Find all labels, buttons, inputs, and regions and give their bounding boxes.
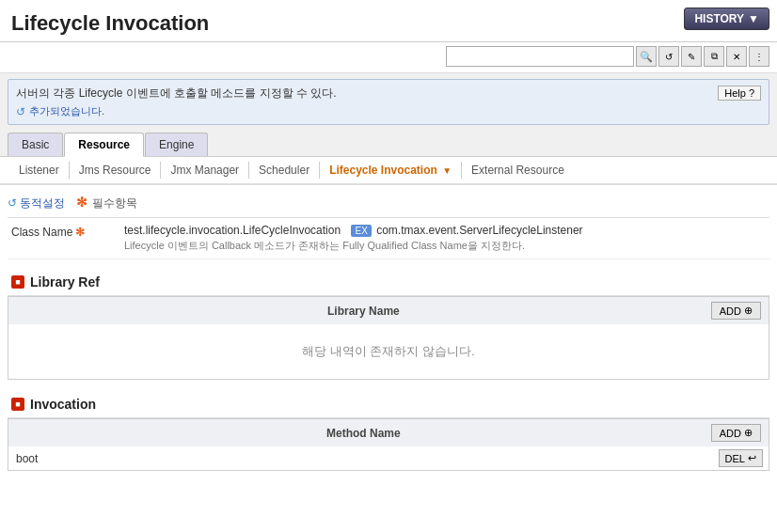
class-name-label-text: Class Name [11,226,72,239]
subnav-item-lifecycle-invocation[interactable]: Lifecycle Invocation ▼ [320,162,462,179]
edit-icon-btn[interactable]: ✎ [681,46,702,67]
subnav-item-jmx-manager[interactable]: Jmx Manager [161,162,249,179]
tab-engine[interactable]: Engine [145,133,208,156]
library-ref-title: Library Ref [30,274,100,289]
library-ref-header: ■ Library Ref [8,267,769,296]
invocation-table-header: Method Name ADD ⊕ [8,418,769,446]
main-content: ↺ 동적설정 ✻ 필수항목 Class Name ✻ test.lifecycl… [0,185,777,532]
library-ref-add-label: ADD [720,305,741,317]
invocation-header: ■ Invocation [8,389,769,418]
library-ref-table: Library Name ADD ⊕ 해당 내역이 존재하지 않습니다. [8,296,769,380]
info-banner-sub-text: 추가되었습니다. [29,104,104,118]
subnav-item-external-resource[interactable]: External Resource [462,162,574,179]
invocation-add-icon: ⊕ [744,427,753,439]
library-name-header: Library Name [16,305,711,318]
library-ref-add-button[interactable]: ADD ⊕ [711,302,761,320]
search-input[interactable] [446,46,634,67]
method-name-cell: boot [8,447,713,470]
class-name-content: test.lifecycle.invocation.LifeCycleInvoc… [124,224,766,253]
history-button[interactable]: HISTORY ▼ [684,8,769,30]
method-name-header: Method Name [16,427,711,440]
library-ref-icon: ■ [11,275,24,289]
class-name-label: Class Name ✻ [11,224,124,239]
refresh-icon: ↺ [16,105,25,118]
class-name-value: test.lifecycle.invocation.LifeCycleInvoc… [124,224,766,237]
help-button[interactable]: Help ? [718,86,761,101]
subnav-lifecycle-label: Lifecycle Invocation [329,164,437,177]
invocation-add-button[interactable]: ADD ⊕ [711,424,761,442]
class-name-badge-value: com.tmax.event.ServerLifecycleLinstener [376,224,582,237]
library-ref-add-icon: ⊕ [744,305,753,317]
class-name-badge: EX [351,225,371,237]
class-name-row: Class Name ✻ test.lifecycle.invocation.L… [8,218,769,259]
required-label: 필수항목 [92,196,137,210]
table-row: boot DEL ↩ [8,446,769,471]
library-ref-section: ■ Library Ref Library Name ADD ⊕ 해당 내역이 … [8,267,769,380]
invocation-icon: ■ [11,398,24,411]
subnav: Listener Jms Resource Jmx Manager Schedu… [0,157,777,185]
tab-resource[interactable]: Resource [64,133,144,157]
dynamic-label: 동적설정 [20,196,65,211]
copy-icon-btn[interactable]: ⧉ [704,46,724,67]
class-name-desc: Lifecycle 이벤트의 Callback 메소드가 존재하는 Fully … [124,239,766,253]
info-banner-text: 서버의 각종 Lifecycle 이벤트에 호출할 메소드를 지정할 수 있다. [16,86,761,102]
del-label: DEL [725,453,745,464]
delete-icon-btn[interactable]: ✕ [726,46,747,67]
sync-icon: ↺ [8,196,17,210]
history-label: HISTORY [694,12,744,25]
subnav-item-jms-resource[interactable]: Jms Resource [70,162,162,179]
delete-row-button[interactable]: DEL ↩ [719,449,763,467]
library-ref-table-header: Library Name ADD ⊕ [8,296,769,324]
invocation-title: Invocation [30,397,96,412]
class-name-value-text: test.lifecycle.invocation.LifeCycleInvoc… [124,224,341,237]
search-bar: 🔍 ↺ ✎ ⧉ ✕ ⋮ [0,42,777,73]
required-indicator: ✻ 필수항목 [76,195,137,211]
settings-row: ↺ 동적설정 ✻ 필수항목 [8,191,769,218]
subnav-item-scheduler[interactable]: Scheduler [249,162,320,179]
header: HISTORY ▼ Lifecycle Invocation [0,0,777,42]
subnav-dropdown-arrow: ▼ [442,165,452,176]
content-area: ↺ 동적설정 ✻ 필수항목 Class Name ✻ test.lifecycl… [0,185,777,486]
invocation-add-label: ADD [720,428,741,439]
refresh-icon-btn[interactable]: ↺ [658,46,679,67]
del-cell: DEL ↩ [713,446,769,470]
page-title: Lifecycle Invocation [11,11,766,36]
dynamic-settings-link[interactable]: ↺ 동적설정 [8,196,65,211]
subnav-item-listener[interactable]: Listener [9,162,70,179]
required-star: ✻ [76,195,87,210]
tabs: Basic Resource Engine [0,129,777,157]
info-banner: Help ? 서버의 각종 Lifecycle 이벤트에 호출할 메소드를 지정… [8,79,769,125]
more-icon-btn[interactable]: ⋮ [749,46,769,67]
del-icon: ↩ [748,452,756,464]
class-name-required: ✻ [75,226,85,239]
library-ref-empty: 해당 내역이 존재하지 않습니다. [8,324,769,380]
invocation-table-wrapper: Method Name ADD ⊕ boot DEL ↩ [8,418,769,471]
search-button[interactable]: 🔍 [636,46,657,67]
history-arrow-icon: ▼ [748,12,759,25]
tab-basic[interactable]: Basic [8,133,63,156]
info-banner-sub: ↺ 추가되었습니다. [16,104,761,118]
invocation-section: ■ Invocation Method Name ADD ⊕ boot DEL [8,389,769,471]
